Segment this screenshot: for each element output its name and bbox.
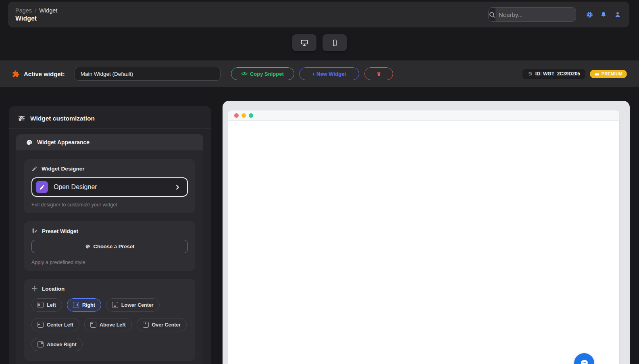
mobile-icon [331,39,339,47]
widget-id-text: ID: WGT_2C39D205 [535,71,580,77]
mobile-preview-button[interactable] [323,34,347,51]
chat-widget-button[interactable] [574,353,594,364]
top-header: Pages / Widget Widget [8,2,629,27]
device-preview-toggle [0,34,639,51]
widget-designer-caption: Full designer to customize your widget [31,202,188,208]
widget-preview-panel [223,101,630,364]
delete-widget-button[interactable] [364,67,393,80]
breadcrumb-parent[interactable]: Pages [15,7,32,14]
code-icon: </> [241,71,247,77]
widget-customization-panel: Widget customization Widget Appearance [9,106,211,364]
premium-label: PREMIUM [602,71,622,76]
settings-button[interactable] [585,10,594,19]
design-services-icon [31,228,38,234]
breadcrumb-separator: / [35,7,36,14]
search-icon [489,8,495,21]
sidebar-title: Widget customization [30,115,95,122]
location-option-label: Left [47,302,56,308]
profile-button[interactable] [613,10,622,19]
appearance-section: Widget Appearance Widget Designer [16,134,203,364]
new-widget-label: + New Widget [312,71,346,77]
location-option-center-left[interactable]: Center Left [31,318,79,331]
active-widget-bar: Active widget: Main Widget (Default) </>… [0,60,639,87]
position-center-left-icon [37,322,44,328]
search-input[interactable] [495,8,576,21]
appearance-section-header[interactable]: Widget Appearance [16,134,203,150]
position-top-center-icon [143,322,149,328]
location-option-label: Over Center [152,322,181,328]
location-option-left[interactable]: Left [31,298,62,312]
position-bottom-center-icon [112,302,118,308]
premium-badge[interactable]: PREMIUM [590,70,627,78]
notifications-button[interactable] [599,10,608,19]
copy-snippet-button[interactable]: </> Copy Snippet [231,67,294,80]
browser-content [228,121,620,364]
fingerprint-icon [527,71,533,77]
choose-preset-label: Choose a Preset [94,243,135,250]
crown-icon [594,72,599,76]
location-card: Location LeftRightLower CenterCenter Lef… [24,279,195,361]
appearance-section-title: Widget Appearance [37,139,90,146]
appearance-section-body: Widget Designer Open Designer [16,150,203,364]
location-option-right[interactable]: Right [67,298,101,312]
breadcrumb: Pages / Widget [15,7,57,14]
location-title: Location [42,286,65,292]
preset-palette-icon [85,244,90,249]
widget-designer-title: Widget Designer [42,166,84,172]
preset-widget-card: Preset Widget Choose a Preset Apply a pr… [24,221,195,271]
open-designer-label: Open Designer [54,183,97,191]
location-option-label: Right [82,302,95,308]
browser-titlebar [228,110,620,121]
browser-mockup [228,110,620,364]
breadcrumb-block: Pages / Widget Widget [15,7,57,22]
location-option-above-right[interactable]: Above Right [31,338,83,351]
position-left-icon [37,302,44,308]
traffic-light-green [249,113,253,118]
location-option-label: Center Left [47,322,73,328]
trash-icon [376,71,381,77]
open-designer-button[interactable]: Open Designer [31,177,188,197]
pencil-icon [31,166,37,172]
location-option-over-center[interactable]: Over Center [137,318,187,331]
breadcrumb-current[interactable]: Widget [39,7,57,14]
puzzle-icon [12,70,20,78]
palette-icon [26,139,33,146]
location-option-lower-center[interactable]: Lower Center [106,298,160,312]
page-title: Widget [15,15,57,22]
chevron-right-icon [175,184,181,190]
location-option-label: Lower Center [121,302,154,308]
preset-widget-title: Preset Widget [42,228,78,234]
copy-snippet-label: Copy Snippet [250,71,284,77]
location-options: LeftRightLower CenterCenter LeftAbove Le… [31,298,188,351]
position-top-right-icon [37,341,44,347]
active-widget-label: Active widget: [24,71,65,77]
location-option-above-left[interactable]: Above Left [84,318,132,331]
position-top-left-icon [90,322,96,328]
position-right-icon [73,302,79,308]
search-box[interactable] [488,7,576,22]
bell-icon [600,11,607,18]
desktop-preview-button[interactable] [292,34,316,51]
move-icon [31,285,38,292]
gear-icon [586,11,593,18]
chat-bubble-icon [579,358,589,364]
widget-designer-card: Widget Designer Open Designer [24,159,195,213]
widget-id-badge: ID: WGT_2C39D205 [522,69,585,79]
choose-preset-button[interactable]: Choose a Preset [31,240,188,253]
new-widget-button[interactable]: + New Widget [299,67,359,80]
user-icon [614,11,621,18]
sliders-icon [18,114,25,122]
location-option-label: Above Left [100,322,126,328]
traffic-light-yellow [241,113,246,118]
designer-pencil-icon [36,181,48,193]
widget-select-value: Main Widget (Default) [81,71,133,77]
desktop-icon [300,39,308,47]
location-option-label: Above Right [47,342,77,347]
sidebar-header: Widget customization [9,106,211,129]
traffic-light-red [234,113,239,118]
widget-select[interactable]: Main Widget (Default) [75,67,221,81]
preset-widget-caption: Apply a predefined style [31,260,188,265]
